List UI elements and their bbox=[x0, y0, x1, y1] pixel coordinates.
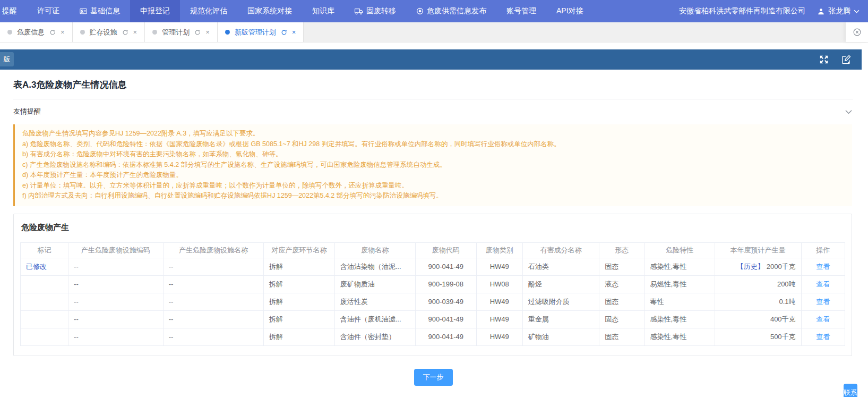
tab-status-dot bbox=[80, 30, 85, 35]
cell-action: 查看 bbox=[801, 328, 845, 345]
nav-item-1[interactable]: 许可证 bbox=[27, 0, 70, 22]
view-link[interactable]: 查看 bbox=[816, 280, 830, 288]
nav-item-7[interactable]: 固废转移 bbox=[345, 0, 406, 22]
column-header: 有害成分名称 bbox=[522, 242, 599, 258]
nav-item-label: 许可证 bbox=[37, 6, 59, 16]
cell-action: 查看 bbox=[801, 275, 845, 293]
gap-strip bbox=[0, 43, 868, 49]
notice-header[interactable]: 友情提醒 bbox=[13, 99, 853, 123]
view-link[interactable]: 查看 bbox=[816, 298, 830, 306]
table-row: ----拆解废活性炭900-039-49HW49过滤吸附介质固态毒性0.1吨查看 bbox=[21, 293, 845, 310]
edit-disabled-icon[interactable] bbox=[841, 55, 851, 64]
next-step-button[interactable]: 下一步 bbox=[414, 369, 453, 386]
nav-item-label: 基础信息 bbox=[90, 6, 120, 16]
cell-component: 重金属 bbox=[522, 310, 599, 328]
cell-waste_name: 含油件（密封垫） bbox=[334, 328, 415, 345]
cell-waste_name: 废矿物质油 bbox=[334, 275, 415, 293]
tab-refresh-icon[interactable] bbox=[49, 29, 56, 36]
fullscreen-icon[interactable] bbox=[819, 55, 829, 64]
column-header: 产生危险废物设施名称 bbox=[163, 242, 263, 258]
nav-item-8[interactable]: 危废供需信息发布 bbox=[406, 0, 496, 22]
contact-support-button[interactable]: 联系客服 bbox=[844, 384, 857, 397]
nav-item-6[interactable]: 知识库 bbox=[302, 0, 345, 22]
cell-waste_category: HW49 bbox=[476, 310, 522, 328]
close-all-tabs-button[interactable] bbox=[846, 22, 868, 42]
top-nav-items: 提醒许可证基础信息申报登记规范化评估国家系统对接知识库固废转移危废供需信息发布账… bbox=[0, 0, 594, 22]
cell-stage: 拆解 bbox=[264, 328, 335, 345]
cell-waste_name: 废活性炭 bbox=[334, 293, 415, 310]
tab-close-icon[interactable]: × bbox=[292, 28, 296, 36]
cell-facility_name: -- bbox=[163, 293, 263, 310]
nav-item-10[interactable]: API对接 bbox=[546, 0, 594, 22]
user-menu[interactable]: 张龙腾 bbox=[817, 6, 860, 16]
view-link[interactable]: 查看 bbox=[816, 315, 830, 323]
cell-hazard: 易燃性,毒性 bbox=[644, 275, 715, 293]
tab-3[interactable]: 新版管理计划× bbox=[218, 22, 304, 42]
tab-refresh-icon[interactable] bbox=[122, 29, 128, 36]
cell-waste_name: 含油件（废机油滤... bbox=[334, 310, 415, 328]
panel-header-icons bbox=[819, 55, 862, 64]
tab-close-icon[interactable]: × bbox=[133, 28, 137, 36]
notice-line-5: e) 计量单位：填写吨。以升、立方米等体积计量的，应折算成重量吨；以个数作为计量… bbox=[22, 181, 845, 191]
collapse-chevron-icon[interactable] bbox=[845, 109, 852, 114]
nav-item-2[interactable]: 基础信息 bbox=[70, 0, 130, 22]
tab-1[interactable]: 贮存设施× bbox=[73, 22, 145, 42]
user-icon bbox=[817, 7, 825, 15]
notice-line-3: c) 产生危险废物设施名称和编码：依据本标准第 5.4.2 部分填写的生产设施名… bbox=[22, 160, 845, 171]
content: 表A.3危险废物产生情况信息 友情提醒 危险废物产生情况填写内容参见HJ 125… bbox=[0, 70, 868, 386]
column-header: 危险特性 bbox=[644, 242, 715, 258]
cell-amount: 200吨 bbox=[715, 275, 801, 293]
table-row: ----拆解含油件（密封垫）900-041-49HW49矿物油固态感染性,毒性5… bbox=[21, 328, 845, 345]
cell-waste_category: HW49 bbox=[476, 258, 522, 275]
cell-hazard: 感染性,毒性 bbox=[644, 310, 715, 328]
amount-value: 500千克 bbox=[770, 333, 796, 341]
cell-waste_code: 900-041-49 bbox=[415, 310, 476, 328]
cell-waste_category: HW49 bbox=[476, 293, 522, 310]
cell-waste_category: HW08 bbox=[476, 275, 522, 293]
cell-component: 矿物油 bbox=[522, 328, 599, 345]
tab-status-dot bbox=[7, 30, 12, 35]
view-link[interactable]: 查看 bbox=[816, 333, 830, 341]
cell-amount: 【历史】2000千克 bbox=[715, 258, 801, 275]
tab-2[interactable]: 管理计划× bbox=[145, 22, 218, 42]
tab-refresh-icon[interactable] bbox=[194, 29, 201, 36]
nav-item-5[interactable]: 国家系统对接 bbox=[237, 0, 302, 22]
nav-item-0[interactable]: 提醒 bbox=[0, 0, 27, 22]
nav-item-label: 国家系统对接 bbox=[247, 6, 292, 16]
column-header: 产生危险废物设施编码 bbox=[68, 242, 164, 258]
history-tag[interactable]: 【历史】 bbox=[737, 263, 764, 271]
column-header: 形态 bbox=[599, 242, 644, 258]
column-header: 本年度预计产生量 bbox=[715, 242, 801, 258]
nav-item-3[interactable]: 申报登记 bbox=[130, 0, 180, 22]
cell-mark bbox=[21, 293, 68, 310]
view-link[interactable]: 查看 bbox=[816, 263, 830, 271]
tab-refresh-icon[interactable] bbox=[281, 29, 287, 36]
table-row: 已修改----拆解含油沾染物（油泥...900-041-49HW49石油类固态感… bbox=[21, 258, 845, 275]
nav-item-4[interactable]: 规范化评估 bbox=[180, 0, 237, 22]
cell-facility_code: -- bbox=[68, 310, 164, 328]
cell-waste_category: HW49 bbox=[476, 328, 522, 345]
version-chip[interactable]: 版 bbox=[0, 52, 14, 66]
tab-close-icon[interactable]: × bbox=[61, 28, 65, 36]
amount-value: 2000千克 bbox=[767, 263, 796, 271]
chevron-down-icon bbox=[854, 10, 860, 13]
cell-facility_name: -- bbox=[163, 275, 263, 293]
cell-facility_name: -- bbox=[163, 328, 263, 345]
tab-bar: 危废信息×贮存设施×管理计划×新版管理计划× bbox=[0, 22, 868, 43]
cell-waste_code: 900-199-08 bbox=[415, 275, 476, 293]
cell-facility_code: -- bbox=[68, 258, 164, 275]
scrollbar-track[interactable] bbox=[862, 43, 868, 397]
nav-item-9[interactable]: 账号管理 bbox=[496, 0, 546, 22]
title-row: 表A.3危险废物产生情况信息 bbox=[13, 70, 853, 99]
cell-component: 石油类 bbox=[522, 258, 599, 275]
table-row: ----拆解废矿物质油900-199-08HW08酚烃液态易燃性,毒性200吨查… bbox=[21, 275, 845, 293]
tab-close-icon[interactable]: × bbox=[205, 28, 210, 36]
column-header: 废物名称 bbox=[334, 242, 415, 258]
cell-waste_code: 900-041-49 bbox=[415, 258, 476, 275]
company-name: 安徽省柏科洪武零部件再制造有限公司 bbox=[679, 6, 805, 16]
tab-label: 新版管理计划 bbox=[235, 28, 276, 37]
nav-item-label: 知识库 bbox=[312, 6, 334, 16]
cell-hazard: 感染性,毒性 bbox=[644, 258, 715, 275]
tab-0[interactable]: 危废信息× bbox=[0, 22, 73, 42]
section-title: 危险废物产生 bbox=[21, 223, 845, 233]
